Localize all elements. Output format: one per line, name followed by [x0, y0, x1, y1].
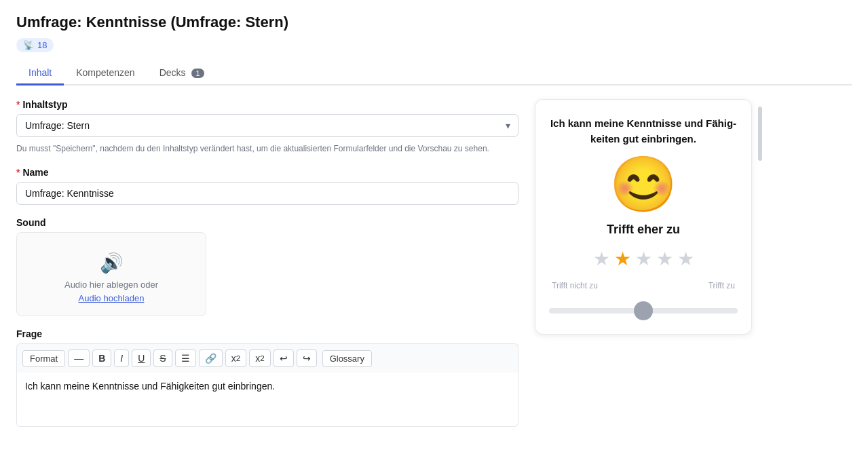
frage-section: Frage Format — B I U S ☰ 🔗 x2 x2 ↩ ↪ Gl [16, 328, 518, 427]
preview-rating-label: Trifft eher zu [607, 223, 680, 237]
slider-container [549, 301, 738, 320]
rating-labels: Trifft nicht zu Trifft zu [549, 281, 738, 290]
format-button[interactable]: Format [22, 350, 65, 367]
redo-button[interactable]: ↪ [297, 349, 317, 367]
tab-kompetenzen[interactable]: Kompetenzen [64, 62, 147, 86]
antenna-icon: 📡 [23, 40, 34, 50]
speaker-icon: 🔊 [31, 252, 192, 274]
underline-button[interactable]: U [132, 349, 151, 367]
inhaltstyp-section: * Inhaltstyp Umfrage: Stern ▾ Du musst "… [16, 99, 518, 155]
subscript-button[interactable]: x2 [249, 349, 270, 367]
required-star: * [16, 99, 20, 110]
star-4[interactable]: ★ [656, 248, 673, 270]
name-section: * Name [16, 167, 518, 205]
bold-button[interactable]: B [92, 349, 111, 367]
label-right: Trifft zu [709, 281, 735, 290]
glossary-button[interactable]: Glossary [322, 350, 372, 367]
required-star-2: * [16, 167, 20, 178]
undo-button[interactable]: ↩ [273, 349, 294, 367]
badge: 📡 18 [16, 38, 54, 52]
hint-text: Du musst "Speichern", nachdem du den Inh… [16, 142, 518, 155]
emoji-preview: 😊 [609, 157, 677, 212]
tab-inhalt[interactable]: Inhalt [16, 62, 64, 86]
content-area: * Inhaltstyp Umfrage: Stern ▾ Du musst "… [16, 99, 852, 439]
audio-drop-area[interactable]: 🔊 Audio hier ablegen oder Audio hochlade… [16, 232, 206, 316]
star-5[interactable]: ★ [677, 248, 694, 270]
frage-label: Frage [16, 328, 518, 339]
name-input[interactable] [16, 182, 518, 205]
link-button[interactable]: 🔗 [199, 349, 223, 367]
drop-text: Audio hier ablegen oder [31, 280, 192, 290]
inhaltstyp-select[interactable]: Umfrage: Stern [16, 114, 518, 137]
label-left: Trifft nicht zu [552, 281, 598, 290]
list-button[interactable]: ☰ [175, 349, 196, 367]
upload-link[interactable]: Audio hochladen [79, 293, 145, 303]
editor-toolbar: Format — B I U S ☰ 🔗 x2 x2 ↩ ↪ Glossary [16, 343, 518, 373]
star-rating: ★ ★ ★ ★ ★ [593, 248, 694, 270]
star-2[interactable]: ★ [614, 248, 631, 270]
preview-card: Ich kann meine Kenntnisse und Fähig-keit… [535, 99, 752, 335]
superscript-button[interactable]: x2 [225, 349, 246, 367]
sound-section: Sound 🔊 Audio hier ablegen oder Audio ho… [16, 217, 518, 316]
name-label: * Name [16, 167, 518, 178]
tab-decks-badge: 1 [191, 69, 204, 78]
inhaltstyp-select-wrapper: Umfrage: Stern ▾ [16, 114, 518, 137]
inhaltstyp-label: * Inhaltstyp [16, 99, 518, 110]
slider-thumb[interactable] [634, 301, 653, 320]
editor-area[interactable]: Ich kann meine Kenntnisse und Fähigkeite… [16, 373, 518, 427]
star-3[interactable]: ★ [635, 248, 652, 270]
tab-decks[interactable]: Decks 1 [147, 62, 216, 86]
divider-button[interactable]: — [68, 349, 90, 367]
strikethrough-button[interactable]: S [153, 349, 172, 367]
italic-button[interactable]: I [114, 349, 129, 367]
tabs-nav: Inhalt Kompetenzen Decks 1 [16, 62, 852, 86]
form-panel: * Inhaltstyp Umfrage: Stern ▾ Du musst "… [16, 99, 518, 439]
badge-count: 18 [37, 40, 47, 50]
star-1[interactable]: ★ [593, 248, 610, 270]
scrollbar[interactable] [758, 107, 762, 161]
sound-label: Sound [16, 217, 518, 228]
page-title: Umfrage: Kenntnisse (Umfrage: Stern) [16, 14, 852, 31]
preview-question: Ich kann meine Kenntnisse und Fähig-keit… [549, 116, 738, 147]
